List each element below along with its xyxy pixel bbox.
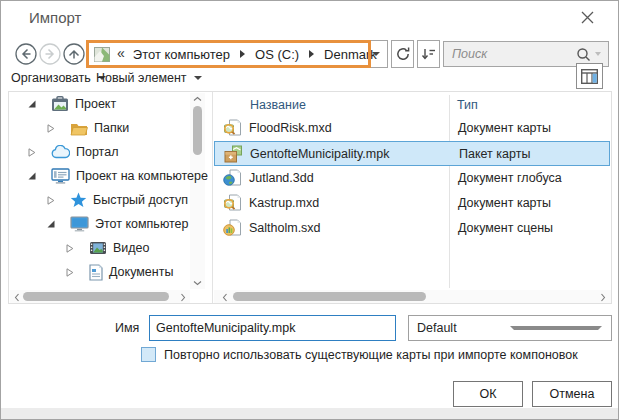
column-header-name[interactable]: Название — [250, 98, 306, 112]
documents-icon — [89, 264, 103, 281]
breadcrumb-separator-icon — [240, 50, 245, 58]
scroll-left-icon[interactable] — [14, 293, 20, 302]
tree-item-label: Быстрый доступ — [93, 193, 188, 207]
map-package-icon — [224, 145, 243, 163]
tree-item[interactable]: Видео — [9, 236, 242, 260]
file-name: Saltholm.sxd — [249, 221, 321, 235]
address-dropdown-icon[interactable] — [372, 52, 380, 56]
sort-icon — [421, 47, 437, 61]
columns-view-icon — [581, 69, 598, 84]
format-dropdown[interactable]: Default — [408, 315, 612, 341]
computer-project-icon — [51, 168, 70, 184]
expander-expanded-icon[interactable] — [27, 171, 37, 181]
file-row[interactable]: GentofteMunicipality.mpkПакет карты — [214, 141, 610, 166]
search-dropdown-icon[interactable] — [595, 52, 601, 56]
portal-cloud-icon — [51, 145, 70, 159]
column-header-type[interactable]: Тип — [457, 98, 478, 112]
list-hscroll-thumb[interactable] — [233, 292, 426, 301]
file-type: Пакет карты — [459, 147, 530, 161]
file-row[interactable]: Kastrup.mxdДокумент карты — [214, 191, 610, 216]
scroll-right-icon[interactable] — [600, 293, 606, 302]
file-type: Документ карты — [458, 196, 551, 210]
list-horizontal-scrollbar[interactable] — [214, 290, 611, 303]
tree-item-label: Папки — [94, 121, 129, 135]
up-button[interactable] — [63, 43, 85, 65]
expander-collapsed-icon[interactable] — [46, 123, 56, 134]
file-name: Kastrup.mxd — [249, 196, 319, 210]
file-row[interactable]: Jutland.3ddДокумент глобуса — [214, 166, 610, 191]
file-name: FloodRisk.mxd — [249, 121, 332, 135]
new-item-label: Новый элемент — [96, 71, 187, 85]
refresh-icon — [395, 46, 411, 62]
tree-item[interactable]: Быстрый доступ — [9, 188, 223, 212]
expander-collapsed-icon[interactable] — [65, 267, 75, 278]
breadcrumb-overflow-chevrons[interactable]: « — [117, 45, 125, 61]
name-label: Имя — [115, 321, 139, 335]
breadcrumb-item[interactable]: Этот компьютер — [131, 47, 232, 62]
details-view-button[interactable] — [576, 63, 603, 89]
tree-item[interactable]: Проект на компьютере — [9, 164, 204, 188]
quick-access-star-icon — [70, 192, 87, 208]
close-icon[interactable] — [581, 11, 597, 27]
sort-button[interactable] — [417, 40, 440, 68]
file-type: Документ карты — [458, 121, 551, 135]
reuse-maps-checkbox[interactable] — [141, 347, 156, 362]
search-placeholder: Поиск — [452, 47, 576, 61]
ok-button[interactable]: ОК — [453, 381, 523, 407]
format-value: Default — [417, 321, 502, 335]
breadcrumb-item[interactable]: OS (C:) — [253, 47, 301, 62]
organize-label: Организовать — [11, 71, 91, 85]
file-type: Документ глобуса — [458, 171, 562, 185]
videos-icon — [89, 241, 107, 255]
forward-button[interactable] — [39, 43, 61, 65]
file-name: GentofteMunicipality.mpk — [250, 147, 389, 161]
catalog-tree: ПроектПапкиПорталПроект на компьютереБыс… — [9, 92, 212, 303]
file-list: Название Тип FloodRisk.mxdДокумент карты… — [213, 92, 612, 303]
ok-label: ОК — [479, 387, 496, 401]
tree-item-label: Видео — [113, 241, 150, 255]
reuse-maps-label: Повторно использовать существующие карты… — [164, 348, 578, 362]
expander-collapsed-icon[interactable] — [65, 243, 75, 254]
file-row[interactable]: Saltholm.sxdДокумент сцены — [214, 216, 610, 241]
breadcrumb-separator-icon — [309, 50, 314, 58]
file-type: Документ сцены — [458, 221, 553, 235]
breadcrumb: Этот компьютерOS (C:)Denmark — [131, 47, 379, 62]
tree-item-label: Этот компьютер — [95, 217, 188, 231]
project-icon — [51, 96, 69, 112]
chevron-down-icon — [194, 76, 202, 80]
map-document-icon — [223, 119, 242, 137]
organize-button[interactable]: Организовать — [11, 68, 106, 88]
tree-item[interactable]: Портал — [9, 140, 204, 164]
expander-collapsed-icon[interactable] — [46, 195, 56, 206]
expander-expanded-icon[interactable] — [46, 219, 56, 229]
globe-document-icon — [223, 169, 242, 187]
tree-horizontal-scrollbar[interactable] — [10, 290, 190, 303]
new-item-button[interactable]: Новый элемент — [96, 68, 202, 88]
expander-expanded-icon[interactable] — [27, 99, 37, 109]
folders-icon — [70, 121, 88, 136]
address-bar[interactable]: « Этот компьютерOS (C:)Denmark — [86, 40, 388, 68]
scroll-left-icon[interactable] — [222, 293, 228, 302]
dialog-title: Импорт — [29, 9, 81, 26]
tree-item[interactable]: Документы — [9, 260, 242, 284]
address-map-icon — [94, 47, 110, 62]
tree-item[interactable]: Этот компьютер — [9, 212, 223, 236]
tree-item[interactable]: Проект — [9, 92, 204, 116]
search-icon — [576, 47, 591, 62]
back-button[interactable] — [15, 43, 37, 65]
expander-collapsed-icon[interactable] — [27, 147, 37, 158]
chevron-down-icon — [510, 326, 603, 330]
browse-content: ПроектПапкиПорталПроект на компьютереБыс… — [8, 91, 612, 304]
file-row[interactable]: FloodRisk.mxdДокумент карты — [214, 116, 610, 141]
tree-item-label: Проект на компьютере — [76, 169, 208, 183]
file-name: Jutland.3dd — [249, 171, 314, 185]
refresh-button[interactable] — [391, 40, 414, 68]
name-input[interactable] — [149, 315, 396, 341]
breadcrumb-item[interactable]: Denmark — [322, 47, 379, 62]
import-dialog: Импорт « Этот компьютерOS (C:)Denmark По — [0, 0, 619, 420]
scroll-right-icon[interactable] — [180, 293, 186, 302]
tree-item[interactable]: Папки — [9, 116, 223, 140]
tree-item-label: Проект — [75, 97, 116, 111]
cancel-button[interactable]: Отмена — [532, 381, 612, 407]
tree-hscroll-thumb[interactable] — [23, 292, 169, 301]
